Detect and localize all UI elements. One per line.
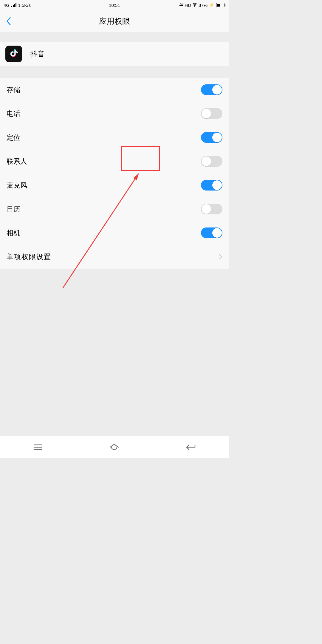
perm-row-camera: 相机 [0, 221, 229, 245]
charging-icon: ⚡ [209, 2, 214, 8]
perm-row-mic: 麦克风 [0, 173, 229, 197]
perm-toggle-location[interactable] [201, 132, 222, 143]
battery-icon [216, 3, 225, 7]
back-soft-button[interactable] [185, 443, 196, 451]
soft-nav-bar [0, 436, 229, 458]
perm-toggle-mic[interactable] [201, 180, 222, 191]
status-time: 10:51 [109, 3, 120, 8]
app-icon [5, 46, 22, 62]
network-speed: 1.5K/s [18, 3, 31, 8]
perm-toggle-calendar[interactable] [201, 204, 222, 214]
perm-row-location: 定位 [0, 126, 229, 149]
header-bar: 应用权限 [0, 10, 229, 32]
hd-label: HD [185, 3, 191, 8]
app-row: 抖音 [0, 42, 229, 66]
home-button[interactable] [109, 443, 120, 451]
perm-row-contacts: 联系人 [0, 149, 229, 173]
perm-label: 电话 [7, 109, 20, 118]
perm-row-more[interactable]: 单项权限设置 [0, 245, 229, 269]
perm-label: 联系人 [7, 157, 27, 166]
perm-label: 日历 [7, 205, 20, 214]
status-bar: 4G 1.5K/s 10:51 HD 37% ⚡ [0, 0, 229, 10]
perm-label: 定位 [7, 133, 20, 142]
battery-pct: 37% [199, 3, 208, 8]
app-name: 抖音 [30, 49, 45, 59]
mute-icon [179, 2, 183, 8]
permissions-list: 存储 电话 定位 联系人 麦克风 日历 相机 单项权限设置 [0, 78, 229, 269]
wifi-icon [192, 3, 197, 8]
perm-label: 相机 [7, 228, 20, 238]
svg-point-1 [195, 6, 195, 7]
perm-toggle-camera[interactable] [201, 227, 222, 238]
back-button[interactable] [6, 16, 11, 26]
chevron-right-icon [219, 254, 222, 260]
more-label: 单项权限设置 [7, 252, 51, 261]
perm-row-phone: 电话 [0, 102, 229, 126]
status-right: HD 37% ⚡ [179, 2, 225, 8]
page-title: 应用权限 [99, 16, 130, 27]
perm-toggle-phone[interactable] [201, 108, 222, 119]
perm-toggle-contacts[interactable] [201, 156, 222, 167]
recents-button[interactable] [33, 444, 43, 451]
status-left: 4G 1.5K/s [4, 3, 31, 8]
perm-toggle-storage[interactable] [201, 84, 222, 95]
perm-label: 存储 [7, 85, 20, 95]
perm-label: 麦克风 [7, 181, 27, 190]
network-type: 4G [4, 3, 10, 8]
perm-row-storage: 存储 [0, 78, 229, 102]
signal-icon [11, 3, 16, 7]
perm-row-calendar: 日历 [0, 197, 229, 221]
